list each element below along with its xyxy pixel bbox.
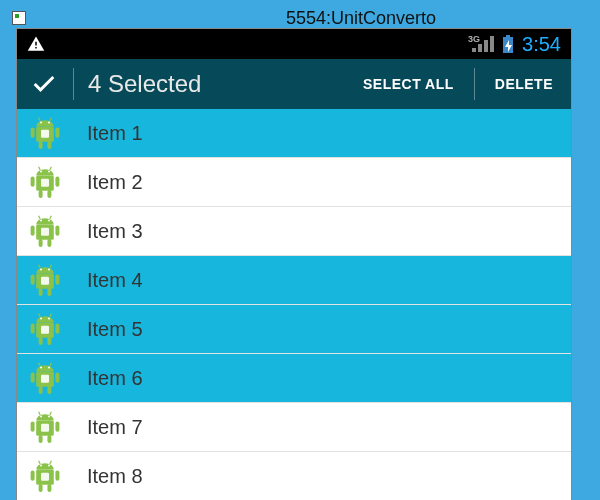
device-screen: 3G 3:54 4 Selected SELECT ALL DELETE Ite… (16, 28, 572, 500)
list-item-label: Item 6 (87, 367, 143, 390)
list-item[interactable]: Item 3 (17, 207, 571, 256)
status-bar: 3G 3:54 (17, 29, 571, 59)
list-item[interactable]: Item 7 (17, 403, 571, 452)
list-item[interactable]: Item 2 (17, 158, 571, 207)
app-icon (12, 11, 26, 25)
android-icon (25, 113, 65, 153)
select-all-button[interactable]: SELECT ALL (351, 76, 466, 92)
list-item[interactable]: Item 5 (17, 305, 571, 354)
warning-icon (27, 35, 45, 53)
android-icon (25, 260, 65, 300)
android-icon (25, 407, 65, 447)
emulator-frame: 5554:UnitConverto 3G 3:54 (0, 0, 600, 500)
android-icon (25, 162, 65, 202)
list-item-label: Item 3 (87, 220, 143, 243)
emulator-title: 5554:UnitConverto (286, 8, 436, 29)
contextual-action-bar: 4 Selected SELECT ALL DELETE (17, 59, 571, 109)
android-icon (25, 309, 65, 349)
battery-charging-icon (502, 35, 514, 53)
item-list[interactable]: Item 1Item 2Item 3Item 4Item 5Item 6Item… (17, 109, 571, 500)
list-item-label: Item 1 (87, 122, 143, 145)
selection-count: 4 Selected (82, 70, 351, 98)
network-type-label: 3G (468, 34, 480, 44)
list-item-label: Item 4 (87, 269, 143, 292)
divider (73, 68, 74, 100)
list-item-label: Item 8 (87, 465, 143, 488)
list-item-label: Item 2 (87, 171, 143, 194)
svg-rect-1 (506, 35, 510, 37)
delete-button[interactable]: DELETE (483, 76, 565, 92)
emulator-titlebar: 5554:UnitConverto (12, 8, 600, 26)
list-item[interactable]: Item 6 (17, 354, 571, 403)
list-item-label: Item 5 (87, 318, 143, 341)
divider (474, 68, 475, 100)
list-item[interactable]: Item 8 (17, 452, 571, 500)
android-icon (25, 211, 65, 251)
android-icon (25, 358, 65, 398)
android-icon (25, 456, 65, 496)
signal-icon: 3G (472, 36, 494, 52)
list-item-label: Item 7 (87, 416, 143, 439)
status-clock: 3:54 (522, 33, 561, 56)
list-item[interactable]: Item 1 (17, 109, 571, 158)
done-icon[interactable] (23, 70, 65, 98)
list-item[interactable]: Item 4 (17, 256, 571, 305)
